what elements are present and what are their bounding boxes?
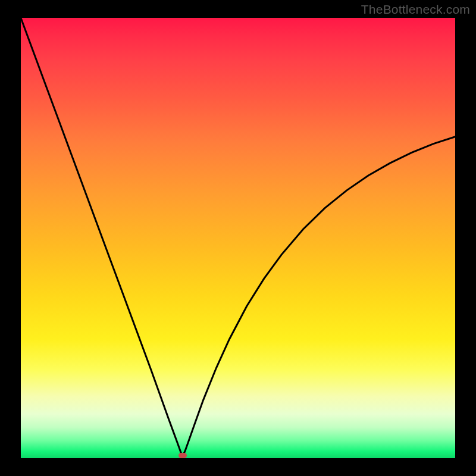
- chart-container: TheBottleneck.com: [0, 0, 476, 476]
- bottleneck-curve: [21, 18, 455, 458]
- optimal-point-marker: [178, 453, 187, 458]
- plot-area: [21, 18, 455, 458]
- watermark-text: TheBottleneck.com: [361, 2, 470, 17]
